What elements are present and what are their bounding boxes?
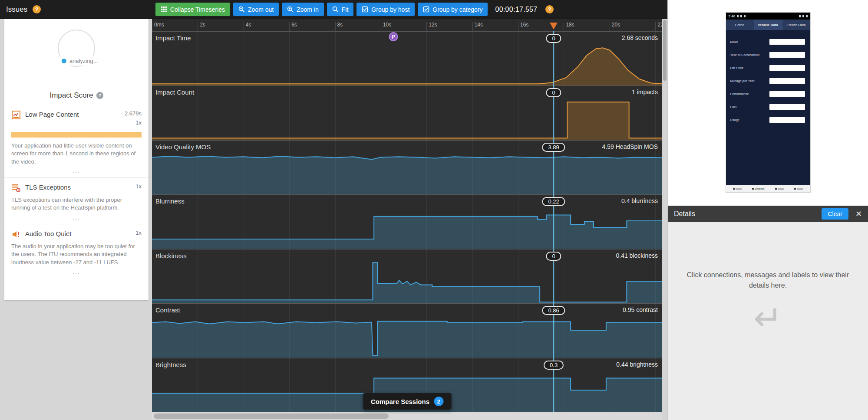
time-help-icon[interactable]: ? — [545, 5, 554, 13]
phone-field-label: Make — [730, 40, 764, 44]
issue-title: Low Page Content — [25, 109, 120, 118]
vertical-scrollbar-thumb[interactable] — [663, 20, 667, 81]
phone-field-input — [769, 65, 805, 71]
chart-canvas[interactable] — [152, 41, 662, 85]
impact-score-help-icon[interactable]: ? — [96, 92, 103, 99]
details-header: Details Clear ✕ — [668, 206, 868, 222]
chart-canvas[interactable] — [152, 313, 662, 358]
issues-title: Issues — [6, 5, 27, 14]
zoom-in-button[interactable]: Zoom in — [282, 3, 324, 16]
timeseries-row-blurriness[interactable]: Blurriness0.220.4 blurriness — [152, 194, 662, 249]
chart-canvas[interactable] — [152, 204, 662, 249]
phone-field-label: Performance — [730, 92, 764, 96]
timeline-tick: 4s — [244, 22, 251, 31]
horizontal-scrollbar-thumb[interactable] — [154, 413, 389, 419]
phone-form-row: List Price — [726, 61, 810, 74]
wifi-icon — [799, 15, 801, 17]
horizontal-scrollbar[interactable] — [152, 412, 662, 420]
timeseries-row-impact-count[interactable]: Impact Count01 impacts — [152, 85, 662, 140]
row-max-label: 0.41 blockiness — [616, 252, 658, 259]
issue-meta: 1x — [135, 229, 142, 238]
collapse-timeseries-button[interactable]: Collapse Timeseries — [155, 3, 230, 16]
timeseries-row-blockiness[interactable]: Blockiness00.41 blockiness — [152, 249, 662, 303]
magnifier-minus-icon — [238, 6, 245, 13]
issue-count: 1x — [135, 183, 142, 190]
phone-footer-item — [794, 188, 803, 190]
issue-count: 1x — [135, 230, 142, 236]
phone-field-input — [769, 52, 805, 58]
issue-card-low-page-content[interactable]: Low Page Content 2.679s 1x Your applicat… — [4, 109, 149, 178]
phone-form-row: Year of Construction — [726, 48, 810, 61]
grid-icon — [161, 6, 167, 13]
issue-card-head: Audio Too Quiet 1x — [11, 229, 142, 239]
checkbox-check-icon — [362, 6, 368, 13]
chart-canvas[interactable] — [152, 95, 662, 140]
phone-field-label: Mileage per Year — [730, 79, 764, 83]
row-title: Blockiness — [155, 252, 187, 259]
cursor-value-badge: 0 — [546, 252, 561, 261]
phone-status-time: 2:46 — [729, 14, 736, 18]
phone-form: MakeYear of ConstructionList PriceMileag… — [726, 30, 810, 185]
issue-title: TLS Exceptions — [25, 182, 131, 191]
device-screenshot[interactable]: 2:46 HomeVehicle DataFrench Data MakeYea… — [668, 0, 868, 206]
close-icon[interactable]: ✕ — [855, 209, 862, 219]
signal-icon — [802, 15, 804, 17]
timeline-tick: 20s — [610, 22, 620, 31]
fit-button[interactable]: Fit — [327, 3, 354, 16]
issues-sidebar: Issues ? analyzing... Impact Score ? — [0, 0, 152, 420]
timeline-tick: 14s — [472, 22, 483, 31]
issue-title: Audio Too Quiet — [25, 229, 131, 237]
row-title: Impact Time — [155, 34, 191, 42]
compare-sessions-button[interactable]: Compare Sessions 2 — [363, 393, 451, 410]
fit-label: Fit — [342, 6, 349, 13]
row-title: Impact Count — [155, 89, 194, 96]
row-title: Contrast — [155, 306, 180, 314]
vertical-scrollbar[interactable] — [662, 19, 667, 420]
phone-tab-home: Home — [726, 20, 754, 30]
issue-duration: 2.679s — [125, 110, 142, 117]
timeseries-pane: Collapse Timeseries Zoom out Zoom in — [152, 0, 667, 420]
phone-footer-item — [733, 188, 742, 190]
cursor-value-badge: 0.3 — [544, 361, 564, 370]
tls-exceptions-icon — [11, 183, 21, 193]
phone-field-input — [769, 78, 805, 84]
chart-canvas[interactable] — [152, 259, 662, 303]
timeseries-row-video-quality-mos[interactable]: Video Quality MOS3.894.59 HeadSpin MOS — [152, 140, 662, 194]
issue-description: Your application had little user-visible… — [11, 142, 142, 166]
phone-field-label: List Price — [730, 66, 764, 70]
row-title: Brightness — [155, 361, 186, 368]
group-by-host-button[interactable]: Group by host — [356, 3, 415, 16]
issues-help-icon[interactable]: ? — [33, 5, 41, 13]
phone-footer-item: Vehicle — [752, 187, 765, 190]
issue-expand-ellipsis[interactable]: ... — [11, 166, 142, 175]
details-body: Click connections, messages and labels t… — [668, 222, 868, 420]
phone-field-label: Year of Construction — [730, 53, 764, 57]
row-max-label: 2.68 seconds — [622, 34, 658, 41]
issue-card-list: Low Page Content 2.679s 1x Your applicat… — [4, 109, 149, 278]
timeseries-rows: Impact Time02.68 secondsImpact Count01 i… — [152, 31, 662, 412]
timeseries-row-contrast[interactable]: Contrast0.860.95 contrast — [152, 303, 662, 358]
zoom-out-label: Zoom out — [248, 6, 274, 13]
playhead-marker[interactable] — [550, 23, 558, 30]
clear-button[interactable]: Clear — [822, 208, 848, 220]
issue-card-audio-too-quiet[interactable]: Audio Too Quiet 1x The audio in your app… — [4, 229, 149, 278]
issue-expand-ellipsis[interactable]: ... — [11, 212, 142, 221]
issue-meta: 1x — [135, 182, 142, 191]
timeseries-main: 0ms2s4s6s8s10s12s14s16s18s20s22s Impact … — [152, 19, 662, 420]
return-arrow-icon: ↵ — [668, 301, 868, 336]
phone-form-row: Fuel — [726, 100, 810, 113]
phone-form-row: Mileage per Year — [726, 74, 810, 87]
issues-header-bar: Issues ? — [0, 0, 152, 19]
group-by-category-button[interactable]: Group by category — [418, 3, 488, 16]
phone-nav-tabs: HomeVehicle DataFrench Data — [726, 20, 810, 30]
timeseries-row-impact-time[interactable]: Impact Time02.68 seconds — [152, 31, 662, 85]
phone-status-bar: 2:46 — [726, 13, 810, 20]
issue-expand-ellipsis[interactable]: ... — [11, 266, 142, 276]
timeline-ruler[interactable]: 0ms2s4s6s8s10s12s14s16s18s20s22s — [152, 19, 662, 31]
page-load-marker[interactable]: P — [389, 32, 398, 41]
chart-canvas[interactable] — [152, 150, 662, 194]
issue-card-tls-exceptions[interactable]: TLS Exceptions 1x TLS exceptions can int… — [4, 182, 149, 224]
audio-too-quiet-icon — [11, 230, 21, 239]
phone-footer-item — [775, 188, 784, 190]
zoom-out-button[interactable]: Zoom out — [233, 3, 279, 16]
